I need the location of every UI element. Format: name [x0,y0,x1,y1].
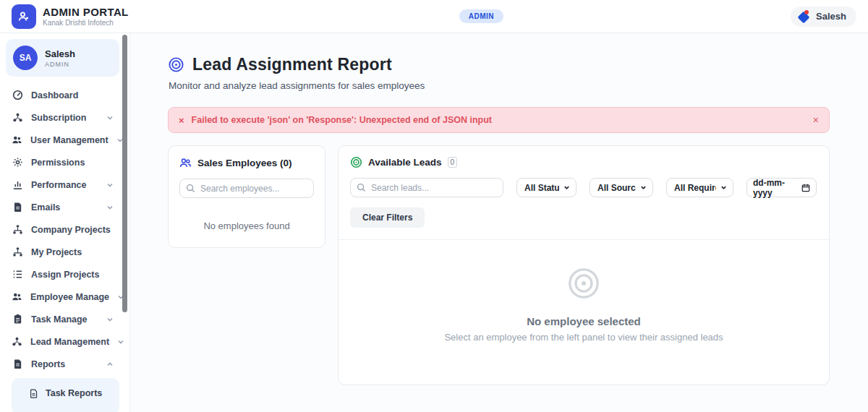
sidebar-item-label: My Projects [31,247,82,257]
sales-employees-panel: Sales Employees (0) No employees found [168,145,326,248]
users-icon [12,291,22,303]
sidebar-item-label: User Management [30,135,109,145]
brand-text: ADMIN PORTAL Kanak Drishti Infotech [43,6,129,27]
gauge-icon [12,90,23,101]
requirements-filter-select[interactable]: All Requirements [666,178,733,197]
sidebar-item-company-projects[interactable]: Company Projects [6,218,119,241]
leads-icon [12,336,22,348]
sidebar-item-emails[interactable]: Emails [6,196,119,218]
leads-empty-subtitle: Select an employee from the left panel t… [339,332,829,343]
admin-role-badge: ADMIN [459,9,503,23]
page-subtitle: Monitor and analyze lead assignments for… [169,80,830,91]
sidebar-item-permissions[interactable]: Permissions [6,151,119,173]
profile-role: ADMIN [45,61,75,68]
leads-empty-title: No employee selected [339,315,829,327]
chevron-down-icon [106,181,114,189]
leads-search-input[interactable] [350,178,503,197]
users-icon [12,134,22,146]
sidebar-profile-card[interactable]: SA Salesh ADMIN [6,39,119,77]
sidebar-item-performance[interactable]: Performance [6,173,119,196]
calendar-icon [801,184,810,192]
search-icon [186,184,195,193]
sidebar-item-assign-projects[interactable]: Assign Projects [6,263,119,286]
sitemap-icon [12,224,23,236]
top-header: ADMIN PORTAL Kanak Drishti Infotech ADMI… [0,0,868,33]
chevron-down-icon [106,316,114,323]
sidebar-item-task-manage[interactable]: Task Manage [6,308,119,330]
header-user-name: Salesh [816,11,846,22]
chevron-down-icon [720,184,727,191]
status-filter-select[interactable]: All Status [516,178,576,197]
sidebar-item-label: Dashboard [31,90,78,100]
chevron-down-icon [640,184,647,191]
error-message: Failed to execute 'json' on 'Response': … [192,115,806,125]
clear-filters-button[interactable]: Clear Filters [350,207,425,228]
search-icon [357,183,366,192]
chevron-down-icon [563,184,570,191]
bar-chart-icon [12,179,23,191]
main-content: Lead Assignment Report Monitor and analy… [130,33,868,412]
sidebar-item-label: Permissions [31,158,85,168]
sidebar-item-lead-management[interactable]: Lead Management [6,330,119,353]
status-filter-value: All Status [524,183,559,193]
sidebar-item-my-projects[interactable]: My Projects [6,241,119,263]
gear-icon [12,157,23,168]
sources-filter-value: All Sources [597,183,636,193]
header-user-menu[interactable]: Salesh [791,7,856,27]
chevron-down-icon [106,114,114,121]
brand: ADMIN PORTAL Kanak Drishti Infotech [12,4,129,29]
sources-filter-select[interactable]: All Sources [590,178,653,197]
employees-panel-title: Sales Employees (0) [197,158,292,168]
sidebar-item-subscription[interactable]: Subscription [6,106,119,129]
clipboard-icon [12,314,23,325]
error-close-button[interactable]: × [813,114,819,126]
error-banner: × Failed to execute 'json' on 'Response'… [168,107,830,133]
company-logo-icon [797,10,810,23]
sidebar-item-reports[interactable]: Reports [6,353,119,375]
leads-empty-state: No employee selected Select an employee … [339,240,829,385]
avatar: SA [13,46,38,70]
sidebar-item-task-reports[interactable]: Task Reports [12,385,119,401]
sidebar-item-label: Employee Manage [30,292,109,302]
bullseye-icon [567,267,600,300]
bullseye-icon [350,156,362,168]
sidebar-scrollbar[interactable] [122,35,127,312]
file-icon [27,387,39,399]
brand-title: ADMIN PORTAL [43,6,129,18]
error-icon: × [179,115,184,126]
leads-panel-title: Available Leads [368,157,442,168]
sitemap-icon [12,246,23,258]
sidebar-item-label: Performance [31,180,86,190]
subscription-icon [12,112,23,124]
sidebar-item-label: Task Manage [31,314,88,325]
sidebar-item-label: Reports [31,359,65,369]
leads-count-badge: 0 [448,157,458,168]
sidebar-item-label: Assign Projects [31,270,99,280]
chevron-down-icon [106,204,114,211]
sidebar-item-label: Company Projects [31,225,111,235]
sidebar: SA Salesh ADMIN Dashboard Subscription U… [0,33,130,412]
chevron-down-icon [117,338,124,346]
sidebar-item-user-management[interactable]: User Management [6,129,119,151]
reports-submenu: Task Reports [12,378,119,412]
sidebar-item-label: Task Reports [46,388,102,398]
sidebar-item-label: Subscription [31,113,86,123]
requirements-filter-value: All Requirements [674,183,716,193]
employee-search-input[interactable] [179,179,314,198]
available-leads-panel: Available Leads 0 All Status [338,145,830,385]
employees-empty-text: No employees found [179,220,314,231]
profile-name: Salesh [45,48,75,59]
brand-subtitle: Kanak Drishti Infotech [43,19,129,27]
chevron-up-icon [106,361,114,368]
page-title: Lead Assignment Report [192,55,392,74]
sidebar-item-dashboard[interactable]: Dashboard [6,84,119,106]
sidebar-item-employee-manage[interactable]: Employee Manage [6,286,119,308]
date-filter-input[interactable]: dd-mm-yyyy [746,178,817,197]
profile-text: Salesh ADMIN [45,48,75,68]
list-icon [12,269,23,280]
sidebar-item-label: Emails [31,202,60,213]
bullseye-icon [168,56,184,73]
file-icon [12,359,23,370]
admin-portal-logo-icon [12,4,36,29]
mail-icon [12,202,23,213]
